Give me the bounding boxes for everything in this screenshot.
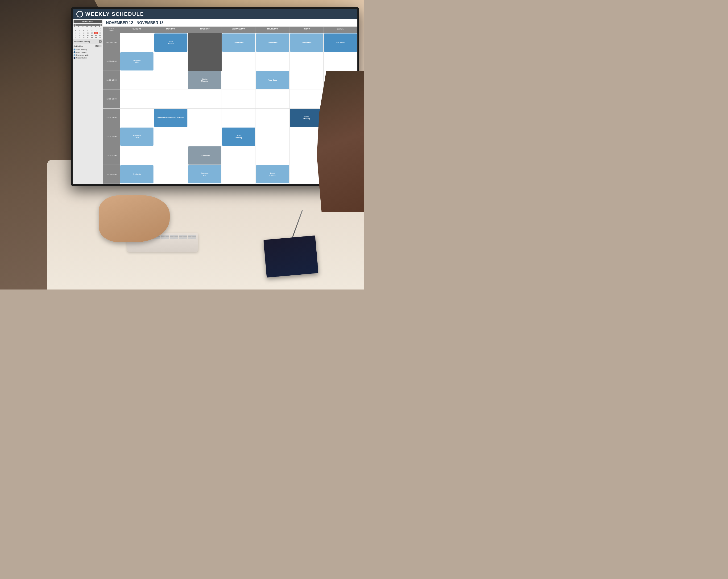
event-market-planning-tue[interactable]: MarketPlanning xyxy=(188,71,222,89)
notification-button[interactable]: ✎ xyxy=(99,40,102,43)
cell-fri-09[interactable]: Daily Report xyxy=(289,33,323,52)
cell-sun-12[interactable] xyxy=(120,90,154,108)
cell-mon-12[interactable] xyxy=(154,90,188,108)
cell-tue-12[interactable] xyxy=(188,90,222,108)
mini-cal-nav[interactable]: ◀ ▶ xyxy=(74,24,102,26)
time-label-11: 11.00-12.00 xyxy=(103,71,120,89)
cell-sat-09[interactable]: Staff Meeting xyxy=(323,33,357,52)
activity-customer-visit[interactable]: Customer Visit xyxy=(74,54,102,56)
event-meet-with[interactable]: Meet with xyxy=(120,165,154,183)
activity-presentation[interactable]: Presentation xyxy=(74,57,102,59)
event-daily-report-thu[interactable]: Daily Report xyxy=(256,33,289,52)
time-row-12: 12.00-13.00 xyxy=(103,90,357,109)
mini-cal-prev[interactable]: ◀ xyxy=(74,24,75,26)
event-staff-meeting-sat[interactable]: Staff Meeting xyxy=(324,33,357,52)
monitor: WEEKLY SCHEDULE NOVEMBER ◀ ▶ Sun Mon xyxy=(71,7,359,186)
cell-thu-15[interactable] xyxy=(256,146,289,165)
header-sunday: SUNDAY xyxy=(120,27,154,33)
time-label-14: 14.00-15.00 xyxy=(103,127,120,146)
event-staff-meeting-wed[interactable]: StaffMeeting xyxy=(222,128,255,146)
time-row-09: 09.00-10.00 StaffMeeting Daily Report xyxy=(103,33,357,52)
person-right xyxy=(317,71,364,212)
cell-tue-09[interactable] xyxy=(188,33,222,52)
mini-calendar: NOVEMBER ◀ ▶ Sun Mon Tue Wed Thu Fri xyxy=(73,19,103,40)
notebook xyxy=(263,236,318,278)
cell-mon-14[interactable] xyxy=(154,127,188,146)
cell-thu-14[interactable] xyxy=(256,127,289,146)
event-customer-visit-tue[interactable]: Customervisit xyxy=(188,165,222,183)
activity-label: Customer Visit xyxy=(76,54,88,56)
monitor-screen: WEEKLY SCHEDULE NOVEMBER ◀ ▶ Sun Mon xyxy=(73,9,357,184)
cell-sun-15[interactable] xyxy=(120,146,154,165)
cell-thu-11[interactable]: Yoga Class xyxy=(256,71,289,89)
cell-wed-10[interactable] xyxy=(222,52,256,71)
cell-mon-13[interactable]: Lunch with Amanda @ Flow Restaurant xyxy=(154,109,188,127)
event-lunch-amanda[interactable]: Lunch with Amanda @ Flow Restaurant xyxy=(154,109,187,127)
event-yoga-class[interactable]: Yoga Class xyxy=(256,71,289,89)
cell-sun-11[interactable] xyxy=(120,71,154,89)
activity-daily-report[interactable]: Daily Report xyxy=(74,51,102,53)
mini-cal-next[interactable]: ▶ xyxy=(100,24,101,26)
cell-sun-13[interactable] xyxy=(120,109,154,127)
cell-wed-11[interactable] xyxy=(222,71,256,89)
header-wednesday: WEDNESDAY xyxy=(222,27,256,33)
pen xyxy=(292,210,303,237)
mini-cal-month: NOVEMBER xyxy=(74,20,102,23)
cell-fri-13[interactable]: MarketPlanning xyxy=(289,109,323,127)
time-row-11: 11.00-12.00 MarketPlanning Yoga Class xyxy=(103,71,357,90)
cell-fri-10[interactable] xyxy=(289,52,323,71)
cell-tue-15[interactable]: Presentation xyxy=(188,146,222,165)
time-label-16: 16.00-17.00 xyxy=(103,165,120,184)
calendar-headers: DATE TIME SUNDAY MONDAY TUESDAY WEDNESDA… xyxy=(103,27,357,33)
event-daily-report-fri[interactable]: Daily Report xyxy=(290,33,323,52)
cell-wed-09[interactable]: Daily Report xyxy=(222,33,256,52)
cell-wed-13[interactable] xyxy=(222,109,256,127)
cell-thu-10[interactable] xyxy=(256,52,289,71)
time-label-12: 12.00-13.00 xyxy=(103,90,120,108)
event-presentation[interactable]: Presentation xyxy=(188,147,222,164)
cell-mon-16[interactable] xyxy=(154,165,188,184)
event-tennis-practice[interactable]: TennisPractice xyxy=(256,165,289,183)
activities-all-button[interactable]: All xyxy=(95,45,99,47)
cell-sun-14[interactable]: Meet withLaura xyxy=(120,127,154,146)
cell-mon-09[interactable]: StaffMeeting xyxy=(154,33,188,52)
cell-fri-12[interactable] xyxy=(289,90,323,108)
notification-setting[interactable]: Notification Setting ✎ xyxy=(73,40,103,44)
activity-dot xyxy=(74,49,75,50)
cell-thu-16[interactable]: TennisPractice xyxy=(256,165,289,184)
cell-tue-13[interactable] xyxy=(188,109,222,127)
cell-tue-10[interactable] xyxy=(188,52,222,71)
event-market-planning-fri[interactable]: MarketPlanning xyxy=(290,109,323,127)
sidebar: NOVEMBER ◀ ▶ Sun Mon Tue Wed Thu Fri xyxy=(73,19,103,184)
event-staff-meeting[interactable]: StaffMeeting xyxy=(154,33,187,52)
cell-mon-10[interactable] xyxy=(154,52,188,71)
activity-staff-meeting[interactable]: Staff Meeting xyxy=(74,48,102,50)
cell-fri-11[interactable] xyxy=(289,71,323,89)
cell-mon-11[interactable] xyxy=(154,71,188,89)
cell-sun-10[interactable]: Customervisit xyxy=(120,52,154,71)
activities-add-button[interactable]: + xyxy=(99,45,102,47)
cell-wed-16[interactable] xyxy=(222,165,256,184)
activity-label: Presentation xyxy=(76,57,87,59)
event-customer-visit[interactable]: Customervisit xyxy=(120,52,154,71)
cell-thu-09[interactable]: Daily Report xyxy=(256,33,289,52)
cell-sat-10[interactable] xyxy=(323,52,357,71)
header-saturday: SATU... xyxy=(323,27,357,33)
time-label-15: 15.00-16.00 xyxy=(103,146,120,165)
cell-wed-12[interactable] xyxy=(222,90,256,108)
cell-wed-15[interactable] xyxy=(222,146,256,165)
cell-sun-09[interactable] xyxy=(120,33,154,52)
cell-mon-15[interactable] xyxy=(154,146,188,165)
event-meet-laura[interactable]: Meet withLaura xyxy=(120,128,154,146)
cell-tue-14[interactable] xyxy=(188,127,222,146)
activity-label: Daily Report xyxy=(76,51,86,53)
cell-wed-14[interactable]: StaffMeeting xyxy=(222,127,256,146)
cell-tue-11[interactable]: MarketPlanning xyxy=(188,71,222,89)
cell-tue-16[interactable]: Customervisit xyxy=(188,165,222,184)
notification-label: Notification Setting xyxy=(74,41,90,43)
cell-thu-12[interactable] xyxy=(256,90,289,108)
cell-thu-13[interactable] xyxy=(256,109,289,127)
event-daily-report-wed[interactable]: Daily Report xyxy=(222,33,255,52)
time-label-10: 10.00-11.00 xyxy=(103,52,120,71)
cell-sun-16[interactable]: Meet with xyxy=(120,165,154,184)
